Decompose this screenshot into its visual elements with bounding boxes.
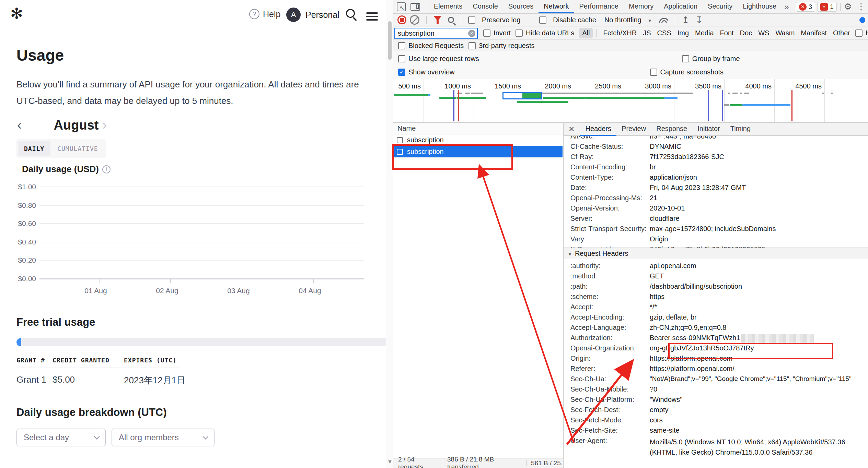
clear-filter-icon[interactable] (468, 30, 475, 37)
filter-type-other[interactable]: Other (830, 28, 853, 38)
tab-sources[interactable]: Sources (503, 0, 539, 13)
capture-screenshots-checkbox[interactable] (650, 69, 657, 76)
blocked-requests-label[interactable]: Blocked Requests (408, 42, 464, 50)
large-rows-label[interactable]: Use large request rows (408, 55, 479, 63)
network-conditions-icon[interactable] (658, 17, 668, 23)
tab-preview[interactable]: Preview (616, 123, 651, 136)
timeline-bar (428, 94, 430, 96)
tab-initiator[interactable]: Initiator (692, 123, 725, 136)
scrollbar-thumb[interactable] (388, 21, 392, 60)
settings-highlight-icon[interactable] (859, 17, 865, 23)
device-toolbar-icon[interactable] (410, 3, 420, 11)
scrollbar-down-icon[interactable] (387, 459, 393, 465)
disable-cache-label[interactable]: Disable cache (553, 16, 596, 24)
group-by-frame-checkbox[interactable] (682, 55, 689, 62)
issues-badge[interactable]: 1 (817, 2, 837, 12)
request-checkbox[interactable] (397, 137, 403, 143)
export-har-icon[interactable] (695, 15, 703, 25)
tab-response[interactable]: Response (651, 123, 692, 136)
kebab-menu-icon[interactable] (857, 1, 866, 12)
x-axis-line (39, 278, 364, 279)
network-overview-timeline[interactable]: 500 ms 1000 ms 1500 ms 2000 ms 2500 ms 3… (393, 79, 868, 123)
show-overview-checkbox[interactable] (398, 69, 405, 76)
has-blocked-cookies-label[interactable]: Has blocked cookies (866, 29, 868, 37)
tab-application[interactable]: Application (659, 0, 703, 13)
capture-screenshots-label[interactable]: Capture screenshots (660, 68, 724, 76)
header-name: Sec-Fetch-Dest (564, 406, 650, 414)
org-members-select[interactable]: All org members (112, 429, 215, 446)
preserve-log-checkbox[interactable] (468, 16, 475, 24)
preserve-log-label[interactable]: Preserve log (482, 16, 520, 24)
invert-checkbox[interactable] (483, 29, 490, 37)
header-value: https://platform.openai.com/ (650, 365, 734, 373)
hide-data-urls-checkbox[interactable] (516, 29, 523, 37)
header-row: :path/dashboard/billing/subscription (564, 283, 868, 293)
header-value: gzip, deflate, br (650, 313, 697, 321)
throttling-dropdown-icon[interactable] (648, 16, 652, 24)
tab-headers[interactable]: Headers (580, 123, 616, 136)
more-tabs-icon[interactable]: » (782, 2, 791, 12)
third-party-label[interactable]: 3rd-party requests (479, 42, 534, 50)
filter-type-manifest[interactable]: Manifest (798, 28, 830, 38)
header-value: max-age=15724800; includeSubDomains (650, 225, 776, 233)
day-select-value: Select a day (24, 433, 69, 442)
response-headers-list: Alt-Svc h3=":443"; ma=86400 Cf-Cache-Sta… (564, 136, 868, 248)
disable-cache-checkbox[interactable] (539, 16, 546, 24)
tab-performance[interactable]: Performance (574, 0, 624, 13)
show-overview-label[interactable]: Show overview (408, 68, 455, 76)
tab-console[interactable]: Console (467, 0, 503, 13)
filter-type-js[interactable]: JS (640, 28, 654, 38)
divider (840, 3, 841, 11)
blocked-requests-checkbox[interactable] (398, 42, 405, 49)
page-scrollbar[interactable] (386, 0, 393, 468)
name-column-header[interactable]: Name (393, 123, 563, 134)
xtick (242, 279, 242, 283)
invert-label[interactable]: Invert (494, 29, 511, 37)
tab-timing[interactable]: Timing (725, 123, 756, 136)
third-party-checkbox[interactable] (468, 42, 476, 49)
tab-lighthouse[interactable]: Lighthouse (738, 0, 782, 13)
settings-gear-icon[interactable] (844, 1, 852, 12)
filter-type-ws[interactable]: WS (755, 28, 772, 38)
filter-type-wasm[interactable]: Wasm (772, 28, 798, 38)
filter-type-css[interactable]: CSS (654, 28, 674, 38)
filter-type-all[interactable]: All (579, 28, 593, 38)
xtick-label: 04 Aug (299, 287, 321, 295)
timeline-bar (586, 97, 664, 99)
tab-security[interactable]: Security (703, 0, 738, 13)
table-col-expires: EXPIRES (UTC) (124, 357, 177, 364)
timeline-tick: 1500 ms (480, 82, 521, 90)
group-by-frame-label[interactable]: Group by frame (692, 55, 740, 63)
filter-funnel-icon[interactable] (433, 16, 442, 24)
filter-type-font[interactable]: Font (717, 28, 737, 38)
timeline-bar (724, 104, 729, 106)
clear-icon[interactable] (410, 15, 419, 25)
header-name: Strict-Transport-Security (564, 225, 650, 233)
throttling-select[interactable]: No throttling (604, 16, 641, 24)
has-blocked-cookies-checkbox[interactable] (855, 29, 863, 37)
timeline-bar (457, 97, 486, 99)
filter-type-media[interactable]: Media (692, 28, 717, 38)
hide-data-urls-label[interactable]: Hide data URLs (526, 29, 574, 37)
filter-type-doc[interactable]: Doc (737, 28, 755, 38)
request-headers-list: :authorityapi.openai.com :methodGET :pat… (564, 259, 868, 468)
tab-elements[interactable]: Elements (429, 0, 467, 13)
console-errors-badge[interactable]: 3 (796, 2, 815, 12)
tab-network[interactable]: Network (539, 0, 574, 13)
header-name: Cf-Cache-Status (564, 143, 650, 151)
large-rows-checkbox[interactable] (398, 55, 405, 62)
tab-memory[interactable]: Memory (624, 0, 659, 13)
filter-input[interactable] (394, 28, 478, 39)
filter-type-img[interactable]: Img (674, 28, 692, 38)
day-select[interactable]: Select a day (16, 429, 106, 446)
header-value: cors (650, 416, 663, 424)
inspect-icon[interactable]: ↖ (397, 2, 406, 11)
import-har-icon[interactable] (682, 15, 690, 25)
record-icon[interactable] (397, 15, 406, 24)
close-details-icon[interactable] (568, 125, 575, 134)
xtick (170, 279, 171, 283)
filter-type-fetch-xhr[interactable]: Fetch/XHR (600, 28, 640, 38)
request-headers-section[interactable]: Request Headers (564, 248, 868, 259)
timeline-bar (744, 93, 749, 94)
search-icon[interactable] (448, 17, 454, 23)
